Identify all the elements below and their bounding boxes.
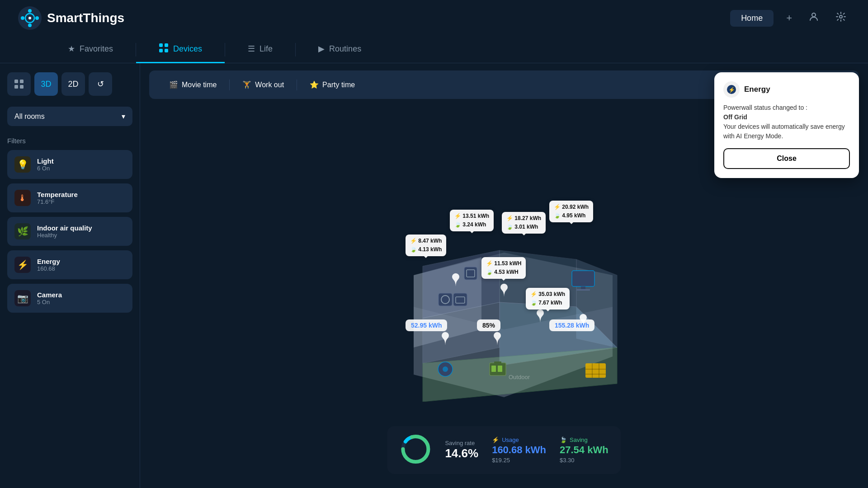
svg-rect-36	[581, 286, 585, 289]
svg-point-8	[840, 15, 842, 18]
svg-rect-15	[14, 85, 18, 89]
notification-close-button[interactable]: Close	[723, 148, 850, 169]
saving-rate-donut	[400, 433, 431, 465]
room-selector[interactable]: All rooms ▾	[7, 107, 132, 126]
filter-light[interactable]: 💡 Light 6 On	[7, 150, 132, 179]
floorplan: Living Room Outdoor	[377, 185, 631, 402]
svg-point-48	[443, 366, 448, 372]
view-controls: 3D 2D ↺	[7, 72, 132, 96]
add-button[interactable]: +	[783, 10, 796, 26]
header: SmartThings Home +	[0, 0, 868, 36]
3d-view-button[interactable]: 3D	[34, 72, 58, 96]
workout-icon: 🏋	[242, 80, 251, 89]
user-button[interactable]	[805, 9, 823, 27]
svg-rect-35	[572, 271, 594, 286]
smartthings-logo	[18, 6, 42, 30]
light-icon: 💡	[14, 156, 31, 173]
svg-rect-33	[464, 267, 477, 280]
svg-point-5	[35, 16, 39, 20]
kwh-badge-right: 155.28 kWh	[549, 319, 594, 331]
sidebar: 3D 2D ↺ All rooms ▾ Filters 💡 Light 6 On…	[0, 63, 140, 488]
user-icon	[808, 11, 819, 22]
scene-party-button[interactable]: ⭐ Party time	[299, 76, 366, 94]
pin-tooltip-3: ⚡ 20.92 kWh 🍃 4.95 kWh	[549, 201, 593, 222]
notification-title: Energy	[744, 85, 770, 94]
svg-rect-16	[20, 85, 24, 89]
svg-rect-9	[159, 43, 163, 47]
settings-button[interactable]	[832, 9, 850, 27]
2d-view-button[interactable]: 2D	[61, 72, 85, 96]
svg-rect-45	[491, 366, 496, 372]
devices-icon	[159, 43, 169, 55]
tab-devices[interactable]: Devices	[136, 36, 225, 63]
filter-energy[interactable]: ⚡ Energy 160.68	[7, 250, 132, 279]
life-icon: ☰	[248, 44, 255, 54]
tab-favorites[interactable]: ★ Favorites	[45, 36, 136, 63]
routines-play-icon: ▶	[318, 44, 325, 54]
pin-tooltip-1: ⚡ 13.51 kWh 🍃 3.24 kWh	[450, 210, 494, 231]
pin-tooltip-4: ⚡ 8.47 kWh 🍃 4.13 kWh	[406, 235, 446, 256]
scene-movie-button[interactable]: 🎬 Movie time	[158, 76, 227, 94]
svg-point-4	[21, 16, 24, 20]
favorites-icon: ★	[68, 44, 75, 54]
usage-stat: ⚡ Usage 160.68 kWh $19.25	[492, 436, 546, 464]
temperature-icon: 🌡	[14, 190, 31, 206]
pin-tooltip-5: ⚡ 11.53 kWH 🍃 4.53 kWH	[481, 257, 526, 279]
reset-icon: ↺	[97, 79, 104, 89]
tab-life[interactable]: ☰ Life	[225, 36, 295, 63]
svg-rect-37	[576, 289, 590, 291]
svg-rect-10	[165, 43, 168, 47]
percent-badge: 85%	[477, 319, 500, 331]
header-controls: Home +	[730, 9, 850, 27]
reset-view-button[interactable]: ↺	[89, 72, 112, 96]
scene-separator-2	[297, 80, 297, 90]
scene-workout-button[interactable]: 🏋 Work out	[231, 76, 295, 94]
party-icon: ⭐	[310, 80, 319, 89]
main-layout: 3D 2D ↺ All rooms ▾ Filters 💡 Light 6 On…	[0, 63, 868, 488]
svg-point-7	[812, 13, 816, 17]
camera-icon: 📷	[14, 290, 31, 306]
scene-separator-1	[229, 80, 230, 90]
notification-popup: ⚡ Energy Powerwall status changed to : O…	[714, 72, 859, 178]
svg-point-3	[28, 23, 32, 27]
filters-label: Filters	[7, 137, 132, 145]
svg-rect-13	[14, 80, 18, 83]
svg-rect-38	[585, 363, 606, 378]
content-area: 🎬 Movie time 🏋 Work out ⭐ Party time	[140, 63, 868, 488]
svg-rect-11	[159, 49, 163, 52]
svg-text:Outdoor: Outdoor	[509, 374, 530, 380]
pin-tooltip-6: ⚡ 35.03 kWh 🍃 7.67 kWh	[526, 288, 570, 310]
svg-rect-44	[494, 361, 501, 363]
tab-routines[interactable]: ▶ Routines	[296, 36, 384, 63]
notification-body: Powerwall status changed to : Off Grid Y…	[723, 103, 850, 141]
add-icon: +	[786, 12, 792, 23]
settings-icon	[835, 11, 846, 22]
filter-air-quality[interactable]: 🌿 Indoor air quality Healthy	[7, 217, 132, 246]
chevron-down-icon: ▾	[122, 112, 125, 121]
kwh-badge-left: 52.95 kWh	[406, 319, 447, 331]
app-name: SmartThings	[47, 11, 124, 25]
svg-rect-14	[20, 80, 24, 83]
saving-stat: 🍃 Saving 27.54 kWh $3.30	[560, 436, 609, 464]
filter-temperature[interactable]: 🌡 Temperature 71.6°F	[7, 183, 132, 212]
svg-rect-12	[165, 49, 168, 52]
pin-tooltip-2: ⚡ 18.27 kWh 🍃 3.01 kWh	[502, 212, 546, 234]
energy-summary: Saving rate 14.6% ⚡ Usage 160.68 kWh $19…	[387, 426, 621, 474]
svg-text:⚡: ⚡	[728, 86, 735, 93]
home-button[interactable]: Home	[730, 10, 774, 27]
donut-chart-container	[400, 433, 431, 467]
air-quality-icon: 🌿	[14, 223, 31, 239]
movie-icon: 🎬	[169, 80, 178, 89]
energy-icon: ⚡	[14, 257, 31, 273]
notification-icon: ⚡	[723, 81, 740, 98]
grid-view-button[interactable]	[7, 72, 31, 96]
nav-tabs: ★ Favorites Devices ☰ Life ▶ Routines	[0, 36, 868, 63]
logo-area: SmartThings	[18, 6, 730, 30]
svg-point-6	[28, 17, 31, 19]
svg-point-2	[28, 9, 32, 13]
svg-rect-46	[498, 366, 502, 372]
filter-camera[interactable]: 📷 Camera 5 On	[7, 284, 132, 313]
